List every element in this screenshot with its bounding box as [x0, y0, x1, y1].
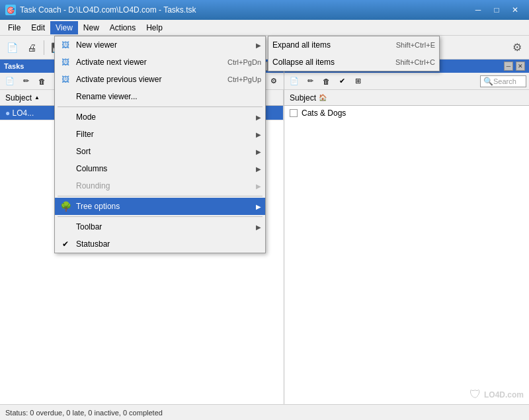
- category-checkbox[interactable]: [290, 109, 298, 117]
- category-row[interactable]: Cats & Dogs: [284, 106, 529, 120]
- search-icon: 🔍: [483, 77, 493, 86]
- toolbar-arrow: ▶: [256, 224, 261, 231]
- rename-viewer-label: Rename viewer...: [76, 92, 261, 101]
- menu-statusbar[interactable]: ✔ Statusbar: [55, 235, 265, 253]
- rounding-icon: [59, 179, 72, 192]
- statusbar-label: Statusbar: [76, 239, 261, 249]
- collapse-all-items[interactable]: Collapse all items Shift+Ctrl+C: [268, 54, 439, 71]
- tree-options-submenu: Expand all items Shift+Ctrl+E Collapse a…: [268, 36, 440, 71]
- menu-sort[interactable]: Sort ▶: [55, 143, 265, 160]
- toolbar-separator: [44, 40, 44, 55]
- cat-panel-minimize[interactable]: ─: [504, 62, 513, 71]
- close-button[interactable]: ✕: [507, 3, 524, 17]
- gear-icon[interactable]: ⚙: [508, 38, 526, 57]
- categories-panel: Categories ─ ✕ 📄 ✏ 🗑 ✔ ⊞ 🔍 Search Subjec…: [284, 60, 529, 404]
- menu-view[interactable]: View: [50, 21, 78, 34]
- menu-rounding: Rounding ▶: [55, 177, 265, 194]
- menu-edit[interactable]: Edit: [26, 21, 50, 34]
- category-label: Cats & Dogs: [302, 108, 346, 118]
- new-viewer-icon: 🖼: [59, 38, 72, 52]
- collapse-all-label: Collapse all items: [272, 58, 382, 67]
- window-controls: ─ □ ✕: [469, 3, 524, 17]
- task-edit-btn[interactable]: ✏: [19, 75, 33, 88]
- menu-activate-next-viewer[interactable]: 🖼 Activate next viewer Ctrl+PgDn: [55, 54, 265, 71]
- view-menu: 🖼 New viewer ▶ 🖼 Activate next viewer Ct…: [54, 36, 266, 253]
- filter-label: Filter: [76, 130, 253, 139]
- menu-filter[interactable]: Filter ▶: [55, 126, 265, 143]
- subject-sort-icon: ▲: [34, 95, 40, 101]
- rename-viewer-icon: [59, 90, 72, 103]
- menu-actions[interactable]: Actions: [104, 21, 141, 34]
- cat-delete-btn[interactable]: 🗑: [319, 75, 333, 88]
- new-viewer-label: New viewer: [76, 40, 253, 50]
- statusbar-check: ✔: [59, 239, 72, 249]
- menu-sep-2: [58, 196, 263, 196]
- mode-label: Mode: [76, 112, 253, 122]
- subject-label: Subject: [5, 93, 32, 103]
- mode-icon: [59, 110, 72, 124]
- cat-check-btn[interactable]: ✔: [335, 75, 349, 88]
- categories-search-box[interactable]: 🔍 Search: [480, 75, 526, 87]
- menu-columns[interactable]: Columns ▶: [55, 160, 265, 177]
- toolbar-label: Toolbar: [76, 222, 253, 231]
- status-bar: Status: 0 overdue, 0 late, 0 inactive, 0…: [0, 404, 529, 420]
- sort-icon: [59, 145, 72, 158]
- activate-prev-icon: 🖼: [59, 73, 72, 86]
- menu-activate-prev-viewer[interactable]: 🖼 Activate previous viewer Ctrl+PgUp: [55, 71, 265, 88]
- cat-panel-close[interactable]: ✕: [516, 62, 525, 71]
- sort-label: Sort: [76, 147, 253, 156]
- menu-new-viewer[interactable]: 🖼 New viewer ▶: [55, 36, 265, 54]
- menu-help[interactable]: Help: [141, 21, 168, 34]
- tree-options-label: Tree options: [76, 202, 253, 211]
- menu-sep-3: [58, 216, 263, 217]
- menu-tree-options[interactable]: 🌳 Tree options ▶: [55, 198, 265, 215]
- maximize-button[interactable]: □: [488, 3, 505, 17]
- activate-next-icon: 🖼: [59, 56, 72, 69]
- toolbar-print[interactable]: 🖨: [22, 38, 41, 57]
- new-viewer-arrow: ▶: [256, 42, 261, 49]
- columns-icon: [59, 162, 72, 175]
- cat-sort-icon: 🏠: [319, 94, 327, 101]
- cat-expand-btn[interactable]: ⊞: [350, 75, 365, 88]
- activate-prev-shortcut: Ctrl+PgUp: [227, 75, 261, 83]
- filter-arrow: ▶: [256, 131, 261, 138]
- title-bar: 🎯 Task Coach - D:\LO4D.com\LO4D.com - Ta…: [0, 0, 529, 20]
- categories-toolbar: 📄 ✏ 🗑 ✔ ⊞ 🔍 Search: [284, 73, 529, 90]
- app-icon: 🎯: [5, 5, 16, 15]
- rounding-label: Rounding: [76, 181, 253, 190]
- toolbar-new[interactable]: 📄: [3, 38, 21, 57]
- watermark: 🛡 LO4D.com: [469, 388, 524, 401]
- menu-toolbar[interactable]: Toolbar ▶: [55, 218, 265, 235]
- mode-arrow: ▶: [256, 114, 261, 121]
- columns-label: Columns: [76, 164, 253, 173]
- activate-prev-label: Activate previous viewer: [76, 75, 214, 84]
- tree-options-arrow: ▶: [256, 203, 261, 210]
- filter-btn[interactable]: ⚙: [266, 75, 281, 88]
- cat-subject-label: Subject: [290, 93, 316, 103]
- cat-edit-btn[interactable]: ✏: [303, 75, 317, 88]
- expand-all-items[interactable]: Expand all items Shift+Ctrl+E: [268, 36, 439, 54]
- status-text: Status: 0 overdue, 0 late, 0 inactive, 0…: [5, 409, 163, 417]
- minimize-button[interactable]: ─: [469, 3, 487, 17]
- menu-mode[interactable]: Mode ▶: [55, 108, 265, 126]
- menu-sep-1: [58, 106, 263, 107]
- rounding-arrow: ▶: [256, 183, 261, 190]
- menu-new[interactable]: New: [78, 21, 104, 34]
- activate-next-label: Activate next viewer: [76, 58, 214, 67]
- menu-rename-viewer[interactable]: Rename viewer...: [55, 88, 265, 105]
- filter-icon: [59, 128, 72, 141]
- expand-all-label: Expand all items: [272, 40, 383, 50]
- cat-new-btn[interactable]: 📄: [287, 75, 302, 88]
- tree-options-icon: 🌳: [59, 200, 72, 213]
- collapse-all-shortcut: Shift+Ctrl+C: [395, 58, 435, 66]
- categories-table-header: Subject 🏠: [284, 90, 529, 106]
- task-delete-btn[interactable]: 🗑: [34, 75, 49, 88]
- columns-arrow: ▶: [256, 165, 261, 173]
- expand-all-shortcut: Shift+Ctrl+E: [396, 41, 435, 49]
- activate-next-shortcut: Ctrl+PgDn: [227, 58, 261, 66]
- sort-arrow: ▶: [256, 148, 261, 155]
- menu-file[interactable]: File: [3, 21, 26, 34]
- task-new-btn[interactable]: 📄: [3, 75, 17, 88]
- menu-bar: File Edit View New Actions Help: [0, 20, 529, 36]
- search-label: Search: [493, 77, 516, 85]
